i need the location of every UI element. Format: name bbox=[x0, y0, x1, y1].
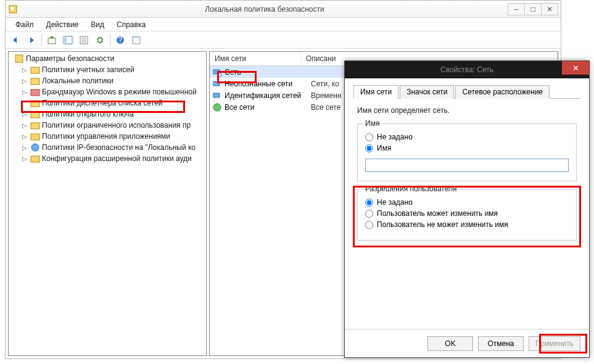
expand-icon[interactable]: ▷ bbox=[21, 122, 28, 129]
tree-item[interactable]: ▷Политики ограниченного использования пр bbox=[10, 120, 205, 131]
svg-rect-4 bbox=[48, 38, 56, 44]
network-icon bbox=[212, 79, 222, 89]
radio-perm-can-input[interactable] bbox=[365, 210, 373, 218]
menu-help[interactable]: Справка bbox=[110, 19, 152, 30]
radio-perm-notset[interactable]: Не задано bbox=[365, 198, 569, 207]
expand-icon[interactable]: ▷ bbox=[21, 144, 28, 151]
tree-item[interactable]: ▷Политики открытого ключа bbox=[10, 109, 205, 120]
refresh-button[interactable] bbox=[93, 33, 107, 48]
properties-dialog: Свойства: Сеть ✕ Имя сети Значок сети Се… bbox=[344, 60, 590, 358]
list-header-name[interactable]: Имя сети bbox=[210, 52, 301, 65]
svg-rect-7 bbox=[64, 36, 67, 44]
tree-item[interactable]: ▷Локальные политики bbox=[10, 75, 205, 86]
network-icon bbox=[212, 102, 222, 112]
tree-item[interactable]: ▷Конфигурация расширенной политики ауди bbox=[10, 153, 205, 164]
tree-item[interactable]: ▷Брандмауэр Windows в режиме повышенной bbox=[10, 86, 205, 97]
menu-view[interactable]: Вид bbox=[85, 19, 110, 30]
ok-button[interactable]: OK bbox=[427, 336, 473, 351]
svg-rect-1 bbox=[10, 7, 14, 10]
apply-button[interactable]: Применить bbox=[529, 336, 580, 351]
expand-icon[interactable]: ▷ bbox=[21, 133, 28, 140]
radio-perm-notset-input[interactable] bbox=[365, 199, 373, 207]
menu-action[interactable]: Действие bbox=[40, 19, 85, 30]
tree-item[interactable]: ▷Политики управления приложениями bbox=[10, 131, 205, 142]
network-name-input[interactable] bbox=[365, 159, 569, 172]
radio-name-notset[interactable]: Не задано bbox=[365, 133, 569, 141]
shield-icon bbox=[14, 54, 24, 64]
tree-label[interactable]: Политики диспетчера списка сетей bbox=[42, 99, 163, 107]
expand-icon[interactable]: ▷ bbox=[21, 78, 28, 85]
svg-rect-19 bbox=[31, 78, 39, 85]
app-icon bbox=[8, 4, 18, 14]
tree-label[interactable]: Политики учетных записей bbox=[42, 65, 134, 74]
back-button[interactable] bbox=[8, 33, 23, 48]
expand-icon[interactable]: ▷ bbox=[21, 111, 28, 118]
folder-icon bbox=[30, 154, 40, 163]
tree-label[interactable]: Брандмауэр Windows в режиме повышенной bbox=[42, 88, 197, 96]
folder-icon bbox=[30, 120, 40, 130]
tree-root-label[interactable]: Параметры безопасности bbox=[26, 54, 114, 63]
dialog-description: Имя сети определяет сеть. bbox=[357, 106, 577, 115]
tree-label[interactable]: Политики открытого ключа bbox=[42, 110, 134, 118]
svg-marker-3 bbox=[30, 37, 34, 43]
titlebar: Локальная политика безопасности – □ ✕ bbox=[6, 1, 561, 18]
svg-point-28 bbox=[218, 73, 221, 77]
network-icon bbox=[212, 91, 222, 101]
tree-root-item[interactable]: Параметры безопасности bbox=[10, 53, 205, 64]
tree-label[interactable]: Локальные политики bbox=[42, 77, 113, 85]
toolbar: ? bbox=[6, 31, 561, 49]
dialog-button-bar: OK Отмена Применить bbox=[345, 329, 589, 357]
radio-name-name[interactable]: Имя bbox=[365, 144, 569, 152]
svg-rect-24 bbox=[31, 134, 39, 140]
folder-icon bbox=[30, 76, 40, 86]
radio-perm-can[interactable]: Пользователь может изменить имя bbox=[365, 209, 569, 218]
export-list-button[interactable] bbox=[76, 33, 91, 48]
forward-button[interactable] bbox=[24, 33, 39, 48]
svg-marker-2 bbox=[13, 37, 17, 43]
svg-rect-17 bbox=[15, 55, 23, 62]
up-button[interactable] bbox=[44, 33, 59, 48]
expand-icon[interactable]: ▷ bbox=[21, 89, 28, 96]
radio-name-notset-label: Не задано bbox=[377, 133, 413, 141]
radio-name-name-input[interactable] bbox=[365, 144, 373, 152]
window-title: Локальная политика безопасности bbox=[22, 5, 508, 14]
properties-button[interactable] bbox=[129, 33, 144, 48]
svg-rect-26 bbox=[31, 156, 39, 162]
show-hide-tree-button[interactable] bbox=[60, 33, 75, 48]
radio-perm-cannot[interactable]: Пользователь не может изменить имя bbox=[365, 220, 569, 229]
dialog-close-button[interactable]: ✕ bbox=[562, 61, 589, 75]
tree-pane[interactable]: Параметры безопасности ▷Политики учетных… bbox=[8, 51, 207, 356]
dialog-titlebar: Свойства: Сеть ✕ bbox=[345, 61, 589, 78]
tab-network-location[interactable]: Сетевое расположение bbox=[455, 85, 550, 99]
tabstrip: Имя сети Значок сети Сетевое расположени… bbox=[353, 85, 580, 99]
svg-rect-29 bbox=[213, 81, 220, 86]
tab-network-icon[interactable]: Значок сети bbox=[400, 85, 454, 99]
folder-icon bbox=[30, 98, 40, 108]
radio-perm-notset-label: Не задано bbox=[377, 198, 413, 207]
tree-label[interactable]: Политики IP-безопасности на "Локальный к… bbox=[42, 143, 196, 152]
radio-name-notset-input[interactable] bbox=[365, 133, 373, 141]
tree-item[interactable]: ▷Политики IP-безопасности на "Локальный … bbox=[10, 142, 205, 153]
radio-perm-can-label: Пользователь может изменить имя bbox=[377, 209, 498, 218]
radio-perm-cannot-input[interactable] bbox=[365, 221, 373, 229]
tree-label[interactable]: Политики ограниченного использования пр bbox=[42, 121, 191, 130]
cancel-button[interactable]: Отмена bbox=[478, 336, 524, 351]
svg-point-31 bbox=[213, 104, 221, 111]
menubar: Файл Действие Вид Справка bbox=[6, 18, 561, 31]
menu-file[interactable]: Файл bbox=[9, 19, 40, 30]
toolbar-separator bbox=[110, 34, 110, 46]
help-button[interactable]: ? bbox=[113, 33, 128, 48]
maximize-button[interactable]: □ bbox=[524, 3, 542, 15]
toolbar-separator bbox=[41, 34, 42, 46]
group-permissions-title: Разрешения пользователя bbox=[363, 184, 459, 193]
expand-icon[interactable]: ▷ bbox=[21, 155, 28, 162]
tree-item[interactable]: ▷Политики учетных записей bbox=[10, 64, 205, 75]
tab-network-name[interactable]: Имя сети bbox=[353, 85, 398, 99]
tree-label[interactable]: Конфигурация расширенной политики ауди bbox=[42, 154, 192, 163]
svg-point-25 bbox=[31, 144, 39, 151]
tree-label[interactable]: Политики управления приложениями bbox=[42, 132, 170, 141]
minimize-button[interactable]: – bbox=[508, 3, 525, 15]
tree-item-selected[interactable]: Политики диспетчера списка сетей bbox=[10, 97, 205, 109]
expand-icon[interactable]: ▷ bbox=[21, 67, 28, 73]
close-button[interactable]: ✕ bbox=[541, 3, 558, 15]
